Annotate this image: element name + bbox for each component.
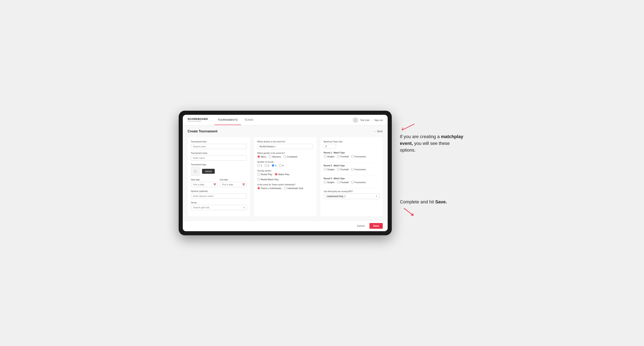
round3-label: Round 3 - Match Type — [324, 177, 380, 180]
round-2[interactable]: 2 — [264, 164, 269, 167]
gender-combined[interactable]: Combined — [284, 155, 297, 158]
gender-mens[interactable]: Mens — [257, 155, 266, 158]
round3-singles[interactable]: Singles — [324, 181, 334, 183]
gender-group: Which gender is the event for? Mens Wome… — [257, 152, 313, 158]
middle-form-section: Which division is the event for? NCAA Di… — [254, 137, 316, 216]
tournament-logo-group: Tournament logo Upload — [191, 164, 247, 176]
annotation-bottom-text1: Complete and hit — [400, 199, 435, 204]
division-select[interactable]: NCAA Division I — [257, 144, 313, 149]
teams-group: Is this event for Teams and/or Individua… — [257, 183, 313, 189]
tournament-host-group: Tournament Host — [191, 141, 247, 149]
date-row: Start date 📅 End date 📅 — [191, 179, 247, 187]
tournament-host-input[interactable] — [191, 144, 247, 149]
gender-womens[interactable]: Womens — [268, 155, 281, 158]
back-link[interactable]: ← Back — [374, 130, 382, 133]
start-date-label: Start date — [191, 179, 218, 181]
api-remove-icon[interactable]: × — [344, 195, 345, 197]
venue-input[interactable] — [191, 205, 247, 210]
sponsor-label: Sponsor (optional) — [191, 190, 247, 192]
form-layout: Tournament Host Tournament name Tourname… — [188, 137, 383, 216]
round2-singles[interactable]: Singles — [324, 168, 334, 171]
scoring-radio-group: Stroke Play Match Play Medal Match Play — [257, 173, 313, 181]
round3-match-types: Singles Fourball Foursomes — [324, 181, 380, 183]
round1-label: Round 1 - Match Type — [324, 152, 380, 154]
cancel-button[interactable]: Cancel — [354, 223, 368, 229]
end-date-group: End date 📅 — [220, 179, 247, 187]
navbar: SCOREBOARD Powered by clippit TOURNAMENT… — [183, 115, 388, 125]
brand-logo: SCOREBOARD Powered by clippit — [188, 118, 208, 122]
tab-tournaments[interactable]: TOURNAMENTS — [214, 115, 241, 125]
round-1[interactable]: 1 — [257, 164, 262, 167]
arrow-area-top — [400, 123, 466, 131]
rounds-group: Number of rounds 1 2 3 — [257, 161, 313, 167]
round-4[interactable]: 4 — [279, 164, 284, 167]
end-date-input[interactable] — [220, 182, 247, 187]
svg-point-1 — [195, 171, 195, 171]
scoring-group: Scoring system Stroke Play Match Play Me… — [257, 170, 313, 181]
save-button[interactable]: Save — [370, 223, 382, 229]
divider-3 — [324, 188, 380, 188]
annotation-top-text1: If you are creating a — [400, 134, 441, 139]
annotation-bottom-bold: Save. — [435, 199, 447, 204]
sponsor-input[interactable] — [191, 193, 247, 199]
max-team-size-input[interactable] — [324, 144, 336, 149]
round1-fourball[interactable]: Fourball — [337, 155, 349, 158]
tournament-logo-label: Tournament logo — [191, 164, 247, 166]
left-form-section: Tournament Host Tournament name Tourname… — [188, 137, 250, 216]
upload-button[interactable]: Upload — [202, 169, 215, 174]
round1-match-types: Singles Fourball Foursomes — [324, 155, 380, 158]
divider-1 — [324, 162, 380, 163]
tablet-screen: SCOREBOARD Powered by clippit TOURNAMENT… — [183, 115, 388, 231]
round2-foursomes[interactable]: Foursomes — [351, 168, 366, 171]
main-content: Create Tournament ← Back Tournament Host… — [183, 125, 388, 220]
round2-section: Round 2 - Match Type Singles Fourball Fo… — [324, 165, 380, 171]
end-date-label: End date — [220, 179, 247, 181]
round3-section: Round 3 - Match Type Singles Fourball Fo… — [324, 177, 380, 183]
venue-group: Venue ▼ — [191, 201, 247, 210]
page-header: Create Tournament ← Back — [188, 130, 383, 133]
brand-title: SCOREBOARD — [188, 118, 208, 120]
round3-foursomes[interactable]: Foursomes — [351, 181, 366, 183]
api-select-wrapper[interactable]: Leaderboard King × ▼ — [324, 193, 380, 199]
gender-radio-group: Mens Womens Combined — [257, 155, 313, 158]
round2-fourball[interactable]: Fourball — [337, 168, 349, 171]
gender-label: Which gender is the event for? — [257, 152, 313, 154]
max-team-size-label: Maximum Team Size — [324, 141, 380, 143]
annotation-panel: If you are creating a matchplay event, y… — [400, 111, 466, 219]
api-value: Leaderboard King — [327, 195, 343, 197]
max-team-size-group: Maximum Team Size — [324, 141, 380, 149]
venue-dropdown-icon: ▼ — [243, 206, 245, 209]
sponsor-group: Sponsor (optional) — [191, 190, 247, 199]
scoring-medal[interactable]: Medal Match Play — [257, 178, 279, 181]
logo-placeholder — [191, 167, 200, 176]
teams-label: Is this event for Teams and/or Individua… — [257, 183, 313, 186]
form-footer: Cancel Save — [183, 220, 388, 231]
round3-fourball[interactable]: Fourball — [337, 181, 349, 183]
nav-right: Test User | Sign out — [353, 117, 383, 123]
scoring-label: Scoring system — [257, 170, 313, 172]
division-group: Which division is the event for? NCAA Di… — [257, 141, 313, 149]
right-form-section: Maximum Team Size Round 1 - Match Type S… — [320, 137, 383, 216]
avatar — [353, 117, 358, 123]
tournament-name-input[interactable] — [191, 155, 247, 161]
round2-label: Round 2 - Match Type — [324, 165, 380, 167]
tournament-host-label: Tournament Host — [191, 141, 247, 143]
teams-option[interactable]: Teams (+Individuals) — [257, 187, 282, 189]
division-label: Which division is the event for? — [257, 141, 313, 143]
venue-wrapper: ▼ — [191, 205, 247, 210]
start-date-group: Start date 📅 — [191, 179, 218, 187]
red-arrow-bottom — [400, 207, 416, 217]
brand-subtitle: Powered by clippit — [188, 120, 208, 122]
individuals-option[interactable]: Individuals Only — [284, 187, 304, 189]
annotation-bottom: Complete and hit Save. — [400, 198, 466, 219]
round-3[interactable]: 3 — [272, 164, 276, 167]
start-date-input[interactable] — [191, 182, 218, 187]
tablet-device: SCOREBOARD Powered by clippit TOURNAMENT… — [179, 111, 392, 235]
tab-teams[interactable]: TEAMS — [241, 115, 256, 125]
signout-link[interactable]: Sign out — [374, 119, 382, 121]
round1-singles[interactable]: Singles — [324, 155, 334, 158]
scoring-stroke[interactable]: Stroke Play — [257, 173, 272, 175]
round1-foursomes[interactable]: Foursomes — [351, 155, 366, 158]
scoring-match[interactable]: Match Play — [275, 173, 289, 175]
round2-match-types: Singles Fourball Foursomes — [324, 168, 380, 171]
